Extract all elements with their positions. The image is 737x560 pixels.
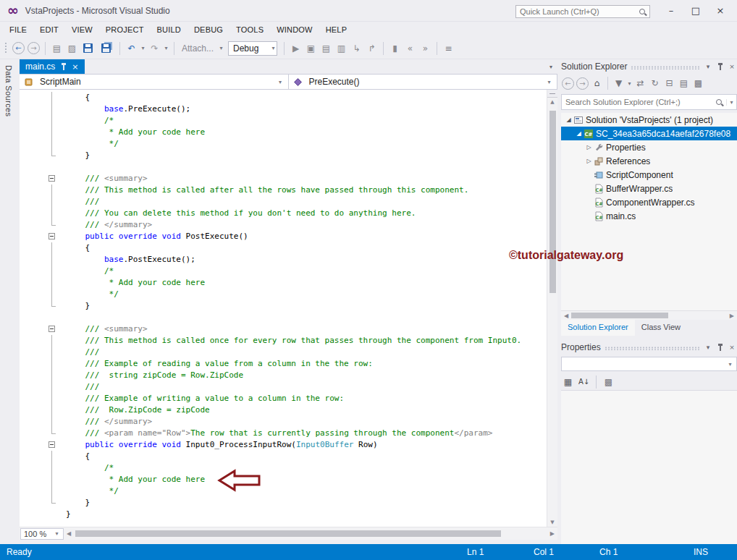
next-bookmark-icon[interactable]: » [418, 41, 432, 55]
properties-title-bar[interactable]: Properties ▾ × [561, 340, 737, 355]
collapsed-arrow-icon[interactable]: ▷ [584, 144, 594, 150]
tree-item-scriptcomponent[interactable]: ScriptComponent [561, 168, 737, 182]
pin-icon[interactable] [60, 63, 67, 71]
show-all-files-icon[interactable]: ▤ [677, 77, 691, 90]
dropdown-caret-icon[interactable]: ▾ [626, 80, 633, 87]
tree-item-bufferwrapper-cs[interactable]: C#BufferWrapper.cs [561, 182, 737, 195]
chevron-down-icon[interactable]: ▾ [277, 79, 284, 85]
vertical-scrollbar[interactable]: ▲ ▼ [547, 90, 557, 527]
type-dropdown[interactable]: ScriptMain ▾ [20, 75, 289, 89]
navigate-back-icon[interactable]: ← [562, 77, 574, 90]
chevron-down-icon[interactable]: ▾ [727, 361, 733, 368]
data-sources-tab[interactable]: Data Sources [4, 65, 13, 116]
minimize-button[interactable]: – [659, 2, 683, 18]
tree-item-properties[interactable]: ▷Properties [561, 140, 737, 154]
previous-bookmark-icon[interactable]: « [403, 41, 417, 55]
tree-horizontal-scrollbar[interactable]: ◀ ▶ [561, 310, 737, 320]
search-icon[interactable] [715, 98, 723, 106]
pending-changes-filter-icon[interactable]: ▼ [612, 77, 626, 90]
redo-icon[interactable]: ↷ [148, 41, 161, 55]
start-icon[interactable]: ▶ [289, 41, 303, 55]
quick-launch-input[interactable]: Quick Launch (Ctrl+Q) [515, 5, 650, 18]
solution-explorer-search-input[interactable]: Search Solution Explorer (Ctrl+;) ▾ [561, 94, 737, 110]
property-pages-icon[interactable]: ▩ [602, 375, 615, 389]
expanded-arrow-icon[interactable]: ◢ [574, 130, 584, 137]
chevron-down-icon[interactable]: ▾ [54, 530, 60, 537]
tree-item-solution-vstaprojects-1-project[interactable]: ◢Solution 'VstaProjects' (1 project) [561, 113, 737, 127]
debug-target-combo[interactable]: Debug▾ [228, 41, 277, 56]
pin-icon[interactable] [717, 63, 723, 71]
fold-toggle[interactable] [20, 323, 62, 335]
splitter-grip[interactable] [547, 90, 557, 98]
menu-file[interactable]: FILE [3, 23, 33, 36]
close-icon[interactable]: × [72, 62, 78, 72]
attach-button[interactable]: Attach... [179, 43, 216, 54]
toolbar-overflow[interactable]: ≡ [442, 41, 455, 55]
add-item-icon[interactable]: ▨ [65, 41, 79, 55]
properties-object-combo[interactable]: ▾ [561, 357, 737, 371]
menu-debug[interactable]: DEBUG [188, 23, 229, 36]
close-icon[interactable]: × [727, 344, 737, 351]
categorized-icon[interactable]: ▦ [561, 375, 575, 389]
output-window-icon[interactable]: ▥ [334, 41, 348, 55]
tree-item-componentwrapper-cs[interactable]: C#ComponentWrapper.cs [561, 195, 737, 209]
menu-tools[interactable]: TOOLS [229, 23, 270, 36]
sync-with-active-document-icon[interactable]: ⇄ [633, 77, 647, 90]
menu-project[interactable]: PROJECT [99, 23, 151, 36]
vertical-scroll-thumb[interactable] [549, 111, 556, 293]
search-icon[interactable] [639, 8, 647, 16]
menu-help[interactable]: HELP [319, 23, 354, 36]
drag-grip[interactable] [631, 66, 699, 69]
fold-toggle[interactable] [20, 439, 62, 451]
document-list-caret-icon[interactable]: ▾ [549, 64, 557, 70]
bookmark-icon[interactable]: ▮ [388, 41, 402, 55]
chevron-down-icon[interactable]: ▾ [726, 99, 736, 106]
scroll-right-icon[interactable]: ▶ [550, 530, 555, 537]
maximize-button[interactable]: □ [683, 2, 708, 18]
horizontal-scrollbar[interactable]: ◀ ▶ [64, 527, 557, 540]
dropdown-caret-icon[interactable]: ▾ [140, 45, 146, 51]
scroll-up-icon[interactable]: ▲ [547, 99, 557, 105]
tab-solution-explorer[interactable]: Solution Explorer [561, 320, 635, 336]
expanded-arrow-icon[interactable]: ◢ [564, 116, 573, 123]
scroll-down-icon[interactable]: ▼ [547, 519, 557, 525]
tree-item-references[interactable]: ▷References [561, 154, 737, 168]
fold-toggle[interactable] [20, 231, 62, 242]
scroll-left-icon[interactable]: ◀ [67, 530, 71, 537]
tab-class-view[interactable]: Class View [635, 320, 687, 336]
tree-item-main-cs[interactable]: C#main.cs [561, 209, 737, 223]
pin-icon[interactable] [717, 344, 723, 352]
scroll-left-icon[interactable]: ◀ [564, 313, 568, 319]
close-button[interactable]: × [708, 2, 733, 18]
zoom-control[interactable]: 100 % ▾ [20, 528, 64, 540]
tree-item-sc-34ea3a65dca14aefaf2678fe08[interactable]: ◢C#SC_34ea3a65dca14aefaf2678fe08 [561, 127, 737, 140]
horizontal-scroll-thumb[interactable] [75, 530, 501, 537]
window-position-caret-icon[interactable]: ▾ [703, 63, 713, 70]
collapse-all-icon[interactable]: ⊟ [662, 77, 676, 90]
dropdown-caret-icon[interactable]: ▾ [270, 45, 277, 51]
close-icon[interactable]: × [727, 63, 737, 70]
navigate-back-icon[interactable]: ← [12, 42, 25, 54]
fold-toggle[interactable] [20, 173, 62, 184]
alphabetical-icon[interactable]: A↓ [577, 375, 591, 389]
step-into-icon[interactable]: ↳ [350, 41, 363, 55]
navigate-forward-icon[interactable]: → [28, 42, 40, 54]
drag-grip[interactable] [605, 347, 699, 350]
code-editor[interactable]: { base.PreExecute(); /* * Add your code … [20, 90, 557, 527]
collapsed-arrow-icon[interactable]: ▷ [584, 158, 594, 164]
home-icon[interactable]: ⌂ [590, 77, 604, 90]
break-all-icon[interactable]: ▣ [304, 41, 318, 55]
chevron-down-icon[interactable]: ▾ [546, 79, 552, 85]
step-over-icon[interactable]: ↱ [365, 41, 379, 55]
tab-main-cs[interactable]: main.cs × [20, 59, 85, 74]
save-all-icon[interactable] [101, 43, 111, 53]
properties-icon[interactable]: ▩ [691, 77, 705, 90]
menu-edit[interactable]: EDIT [33, 23, 65, 36]
solution-explorer-title-bar[interactable]: Solution Explorer ▾ × [561, 59, 737, 74]
scroll-right-icon[interactable]: ▶ [730, 313, 734, 319]
undo-icon[interactable]: ↶ [125, 41, 138, 55]
new-file-icon[interactable]: ▤ [50, 41, 64, 55]
dropdown-caret-icon[interactable]: ▾ [163, 45, 169, 51]
dropdown-caret-icon[interactable]: ▾ [218, 45, 224, 51]
window-position-caret-icon[interactable]: ▾ [703, 344, 713, 351]
